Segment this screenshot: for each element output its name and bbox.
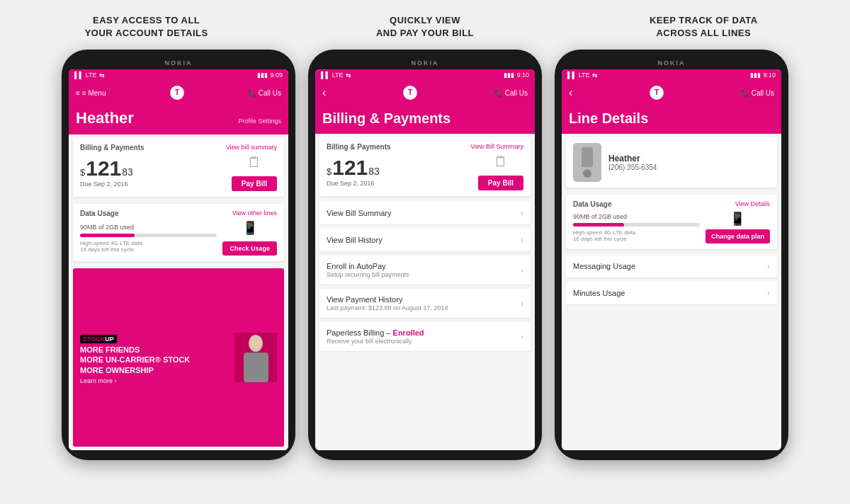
callus-button-1[interactable]: 📞 Call Us bbox=[248, 89, 281, 97]
menu-item-autopay[interactable]: Enroll in AutoPay Setup recurring bill p… bbox=[319, 256, 531, 285]
device-phone-icon bbox=[573, 143, 601, 182]
amount-main-2: 121 bbox=[332, 157, 368, 178]
bill-doc-icon-2: 🗒 bbox=[494, 154, 508, 170]
menu-item-view-bill-summary[interactable]: View Bill Summary › bbox=[319, 202, 531, 224]
view-details-link[interactable]: View Details bbox=[735, 200, 770, 207]
battery-icon-3: ▮▮▮ bbox=[750, 71, 761, 79]
phone-2: NOKIA ▌▌ LTE ⇆ ▮▮▮ 9:10 ‹ T bbox=[308, 50, 542, 460]
phone3-time: 9:10 bbox=[763, 71, 776, 79]
phone2-header: Billing & Payments bbox=[315, 105, 535, 134]
phone2-brand: NOKIA bbox=[315, 59, 535, 67]
change-data-plan-button[interactable]: Change data plan bbox=[706, 229, 770, 244]
phone3-status-right: ▮▮▮ 9:10 bbox=[750, 71, 776, 79]
phones-row: NOKIA ▌▌ LTE ⇆ ▮▮▮ 9:09 ≡ ≡ Menu bbox=[62, 50, 788, 460]
label-phone1: EASY ACCESS TO ALLYOUR ACCOUNT DETAILS bbox=[8, 14, 284, 40]
billing-card-1: Billing & Payments View bill summary $ 1… bbox=[73, 138, 284, 197]
menu-item-sub-3: Setup recurring bill payments bbox=[327, 271, 409, 278]
tmo-logo-2: T bbox=[402, 85, 418, 101]
pay-bill-button-1[interactable]: Pay Bill bbox=[232, 176, 277, 191]
phone1-nav: ≡ ≡ Menu T 📞 Call Us bbox=[69, 81, 288, 105]
menu-item-title-4: View Payment History bbox=[327, 295, 448, 304]
phone1-content: Billing & Payments View bill summary $ 1… bbox=[69, 134, 288, 450]
view-bill-summary-link-1[interactable]: View bill summary bbox=[226, 144, 277, 151]
back-icon-3: ‹ bbox=[569, 86, 572, 99]
ad-banner[interactable]: STOCKUP MORE FRIENDSMORE UN-CARRIER® STO… bbox=[73, 268, 284, 447]
due-date-2: Due Sep 2, 2016 bbox=[327, 180, 380, 187]
data-usage-card-1: Data Usage View other lines 90MB of 2GB … bbox=[73, 204, 284, 261]
messaging-usage-title: Messaging Usage bbox=[573, 262, 635, 270]
phone2-status-right: ▮▮▮ 9:10 bbox=[504, 71, 529, 79]
svg-text:T: T bbox=[174, 88, 179, 97]
ad-learn-more[interactable]: Learn more › bbox=[80, 377, 230, 384]
menu-item-title-5: Paperless Billing – Enrolled bbox=[327, 328, 424, 337]
chevron-minutes: › bbox=[767, 288, 770, 298]
chevron-icon-1: › bbox=[521, 208, 523, 218]
phone3-header: Line Details bbox=[562, 105, 781, 134]
wifi-icon: ⇆ bbox=[99, 71, 105, 79]
tmo-logo: T bbox=[169, 85, 185, 101]
battery-icon: ▮▮▮ bbox=[257, 71, 268, 79]
hamburger-icon: ≡ bbox=[76, 89, 80, 97]
billing-card-title-2: Billing & Payments bbox=[327, 143, 391, 151]
days-left-3: 16 days left this cycle bbox=[573, 236, 700, 242]
dollar-sign-2: $ bbox=[327, 166, 332, 177]
profile-settings-link[interactable]: Profile Settings bbox=[238, 118, 281, 125]
svg-point-4 bbox=[250, 338, 261, 349]
phone3-brand: NOKIA bbox=[562, 59, 781, 67]
pay-bill-button-2[interactable]: Pay Bill bbox=[478, 176, 523, 190]
ad-text: STOCKUP MORE FRIENDSMORE UN-CARRIER® STO… bbox=[80, 331, 230, 384]
lte-badge-3: LTE bbox=[579, 71, 590, 79]
phone-icon: 📞 bbox=[248, 89, 256, 97]
billing-title: Billing & Payments bbox=[322, 110, 528, 127]
phone1-time: 9:09 bbox=[270, 71, 283, 79]
chevron-messaging: › bbox=[767, 261, 770, 271]
amount-cents-2: 83 bbox=[368, 166, 380, 177]
menu-item-payment-history[interactable]: View Payment History Last payment: $123.… bbox=[319, 289, 531, 318]
menu-button[interactable]: ≡ ≡ Menu bbox=[76, 89, 106, 97]
label-phone3: KEEP TRACK OF DATAACROSS ALL LINES bbox=[566, 14, 842, 40]
check-usage-button[interactable]: Check Usage bbox=[222, 241, 277, 256]
signal-icon: ▌▌ bbox=[74, 71, 84, 79]
phone1-screen: ▌▌ LTE ⇆ ▮▮▮ 9:09 ≡ ≡ Menu T bbox=[69, 69, 288, 450]
back-button-2[interactable]: ‹ bbox=[322, 86, 326, 99]
usage-bar-bg-1 bbox=[80, 234, 217, 237]
phone-icon-2: 📞 bbox=[494, 89, 503, 97]
mobile-icon-3: 📱 bbox=[730, 211, 745, 227]
data-usage-title-1: Data Usage bbox=[80, 210, 118, 217]
phone1-status-left: ▌▌ LTE ⇆ bbox=[74, 71, 105, 79]
phone2-nav: ‹ T 📞 Call Us bbox=[315, 81, 535, 105]
usage-bar-bg-3 bbox=[573, 223, 700, 227]
callus-button-2[interactable]: 📞 Call Us bbox=[494, 89, 528, 97]
menu-item-title-1: View Bill Summary bbox=[327, 209, 392, 217]
menu-item-minutes[interactable]: Minutes Usage › bbox=[566, 282, 777, 304]
signal-icon-3: ▌▌ bbox=[567, 71, 577, 79]
phone3-status-left: ▌▌ LTE ⇆ bbox=[567, 71, 598, 79]
bill-doc-icon-1: 🗒 bbox=[247, 154, 261, 171]
menu-item-view-bill-history[interactable]: View Bill History › bbox=[319, 229, 531, 251]
svg-rect-3 bbox=[244, 353, 268, 382]
menu-item-paperless[interactable]: Paperless Billing – Enrolled Receive you… bbox=[319, 322, 531, 351]
phone1-status-bar: ▌▌ LTE ⇆ ▮▮▮ 9:09 bbox=[69, 69, 288, 81]
device-name: Heather bbox=[608, 154, 657, 164]
phone1-brand: NOKIA bbox=[69, 59, 288, 67]
mobile-icon-1: 📱 bbox=[242, 220, 258, 236]
user-name: Heather bbox=[76, 109, 134, 127]
lte-badge: LTE bbox=[86, 71, 97, 79]
minutes-usage-title: Minutes Usage bbox=[573, 289, 625, 297]
ad-person-image bbox=[234, 333, 277, 382]
due-date-1: Due Sep 2, 2016 bbox=[80, 181, 133, 188]
days-left-1: 16 days left this cycle bbox=[80, 246, 217, 253]
view-bill-summary-link-2[interactable]: View Bill Summary bbox=[470, 143, 523, 150]
callus-button-3[interactable]: 📞 Call Us bbox=[741, 89, 774, 97]
back-button-3[interactable]: ‹ bbox=[569, 86, 572, 99]
menu-item-title-2: View Bill History bbox=[327, 236, 382, 244]
phone-3: NOKIA ▌▌ LTE ⇆ ▮▮▮ 9:10 ‹ T bbox=[555, 50, 788, 460]
usage-bar-fill-3 bbox=[573, 223, 624, 227]
label-phone2: QUICKLY VIEWAND PAY YOUR BILL bbox=[287, 14, 562, 40]
view-other-lines-link[interactable]: View other lines bbox=[232, 210, 277, 217]
menu-item-messaging[interactable]: Messaging Usage › bbox=[566, 255, 777, 277]
menu-item-sub-4: Last payment: $123.88 on August 17, 2016 bbox=[327, 304, 448, 311]
signal-icon-2: ▌▌ bbox=[321, 71, 330, 79]
device-info: Heather (206) 355-6354 bbox=[608, 154, 657, 171]
amount-main-1: 121 bbox=[86, 158, 121, 179]
